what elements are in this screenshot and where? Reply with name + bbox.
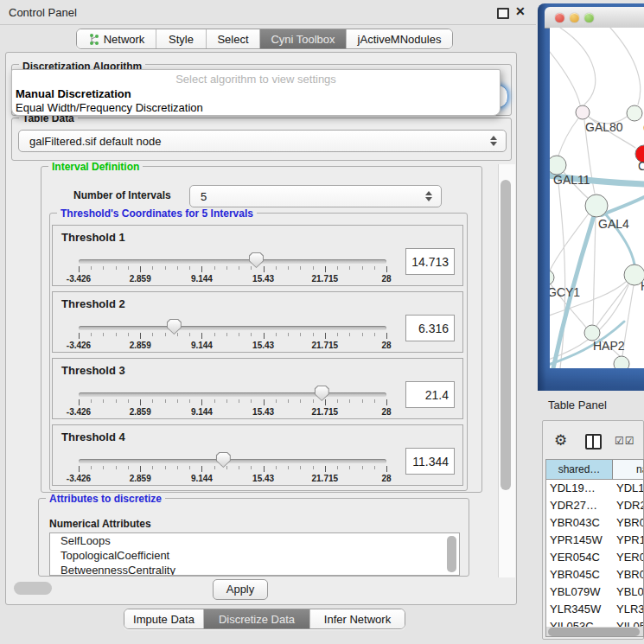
column-header-name[interactable]: na [613,460,644,480]
network-node-label: GAL80 [585,120,623,134]
slider-tick [386,466,387,472]
network-edge[interactable] [550,214,589,271]
interval-definition-group-title: Interval Definition [48,161,143,173]
tab-jactivemnodules[interactable]: jActiveMNodules [347,29,452,48]
table-hscrollbar[interactable] [546,627,644,637]
float-icon[interactable] [497,8,509,19]
dropdown-placeholder-item[interactable]: Select algorithm to view settings [12,70,500,87]
slider-tick [239,399,239,403]
slider-thumb[interactable] [216,452,231,468]
table-cell-name: YDR27 [616,497,644,514]
slider-tick-label: 9.144 [191,407,213,417]
table-cell-shared-name: YBR045C [550,566,600,583]
threshold-value-field[interactable]: 14.713 [405,248,455,275]
slider-tick [165,333,166,336]
table-cell-shared-name: YBR043C [550,514,600,532]
slider-tick [386,333,387,339]
slider-track[interactable] [79,326,386,330]
slider-track[interactable] [79,392,386,397]
tab-impute-data[interactable]: Impute Data [124,609,204,628]
tab-discretize-data[interactable]: Discretize Data [204,609,310,628]
tab-cyni-toolbox[interactable]: Cyni Toolbox [260,29,347,48]
threshold-value-field[interactable]: 11.344 [405,448,455,475]
slider-tick-label: 21.715 [312,407,339,417]
vertical-scrollbar-thumb[interactable] [501,180,511,490]
zoom-traffic-light[interactable] [584,13,594,22]
network-edge[interactable] [558,118,578,156]
apply-button[interactable]: Apply [213,579,268,600]
slider-tick [288,399,289,403]
slider-thumb[interactable] [167,319,182,335]
slider-tick [128,266,129,270]
threshold-value-field[interactable]: 21.4 [405,381,455,408]
select-columns-icon[interactable]: ☑☑ [615,435,635,447]
table-row[interactable]: YBR043CYBR043 [546,514,644,532]
tab-select[interactable]: Select [207,29,260,48]
slider-thumb[interactable] [315,386,329,401]
slider-tick [214,399,215,403]
network-node[interactable] [550,270,554,285]
numerical-attributes-list[interactable]: SelfLoopsTopologicalCoefficientBetweenne… [49,532,460,576]
slider-tick [128,399,129,403]
network-canvas[interactable]: GAL80GACGAL11GAL4HGCY1HAP2 [550,28,644,368]
table-row[interactable]: YDR27…YDR27 [546,497,644,514]
slider-tick-label: 21.715 [312,341,339,350]
table-data-combobox[interactable]: galFiltered.sif default node [18,130,507,152]
list-scrollbar-thumb[interactable] [447,536,456,572]
dropdown-item-equal-width-frequency[interactable]: Equal Width/Frequency Discretization [12,101,500,115]
table-row[interactable]: YBR045CYBR045 [546,566,644,583]
slider-tick [325,399,326,405]
network-edge[interactable] [560,28,596,105]
table-row[interactable]: YLR345WYLR345 [546,601,644,618]
slider-tick [276,333,277,336]
slider-tick-label: 2.859 [130,474,151,483]
attribute-list-item[interactable]: BetweennessCentrality [50,563,459,576]
network-node[interactable] [550,156,566,175]
slider-tick [201,266,202,272]
slider-tick [165,266,166,270]
close-icon[interactable]: ✕ [515,4,526,18]
tab-infer-network[interactable]: Infer Network [310,609,405,628]
tab-style[interactable]: Style [156,29,207,48]
slider-tick-label: 28 [381,341,391,350]
slider-thumb-face [316,386,328,400]
minimize-traffic-light[interactable] [570,13,579,22]
number-of-intervals-combobox[interactable]: 5 [189,185,442,207]
table-row[interactable]: YBL079WYBL079 [546,583,644,601]
table-cell-shared-name: YER054C [550,549,600,566]
slider-tick-label: -3.426 [67,407,91,417]
horizontal-scrollbar-thumb[interactable] [14,582,52,595]
network-edge[interactable] [610,28,641,105]
network-edge[interactable] [596,284,628,326]
control-panel-title: Control Panel [9,6,77,19]
table-row[interactable]: YPR145WYPR145 [546,532,644,549]
slider-tick [189,266,190,270]
attribute-list-item[interactable]: TopologicalCoefficient [50,548,459,563]
network-edge[interactable] [550,52,580,105]
tab-style-label: Style [169,33,194,46]
dropdown-item-manual-discretization[interactable]: Manual Discretization [12,87,500,101]
table-hscrollbar-thumb[interactable] [548,628,640,636]
network-node[interactable] [614,356,629,368]
attribute-list-item[interactable]: SelfLoops [50,533,459,548]
threshold-label: Threshold 1 [61,231,125,244]
column-header-shared-name[interactable]: shared… [546,460,613,480]
node-table[interactable]: shared… na YDL19…YDL19YDR27…YDR27YBR043C… [545,459,644,637]
table-row[interactable]: YDL19…YDL19 [546,480,644,497]
network-node[interactable] [576,105,590,119]
threshold-value-field[interactable]: 6.316 [405,315,455,341]
gear-icon[interactable]: ⚙ [554,431,567,450]
tab-network[interactable]: Network [77,29,156,48]
slider-tick [276,466,277,469]
slider-tick [152,399,153,403]
slider-tick [103,266,104,270]
slider-track[interactable] [79,259,386,264]
split-table-icon[interactable] [585,434,602,450]
slider-track[interactable] [79,459,386,463]
slider-tick [152,466,153,469]
network-node[interactable] [627,105,642,121]
network-edge[interactable] [593,217,596,324]
network-node[interactable] [585,194,608,217]
table-row[interactable]: YER054CYER054 [546,549,644,566]
close-traffic-light[interactable] [555,13,564,22]
